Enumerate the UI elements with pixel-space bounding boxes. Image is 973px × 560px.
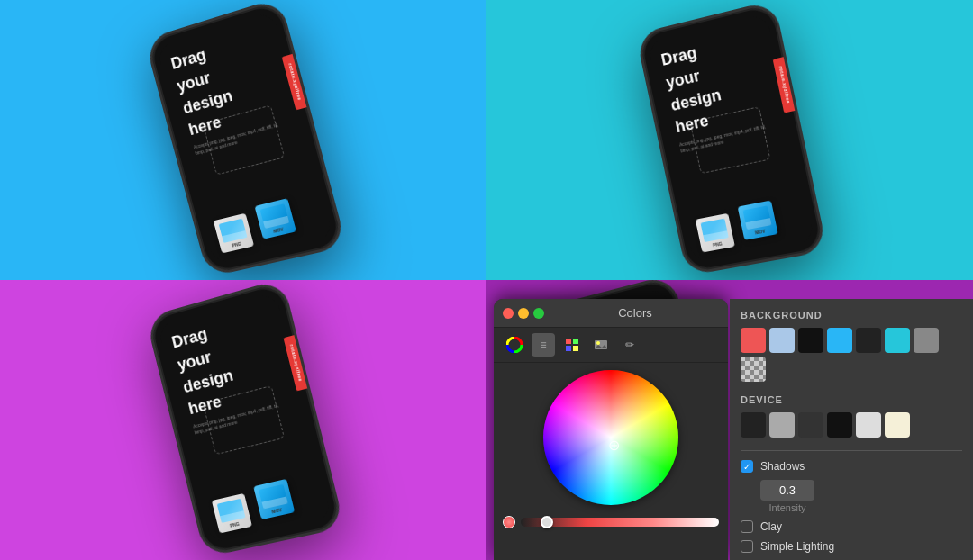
- traffic-light-yellow[interactable]: [518, 308, 529, 319]
- file-icons-bl: PNG MOV: [212, 484, 289, 533]
- shadows-row: Shadows: [741, 460, 962, 473]
- colors-tab-wheel[interactable]: [503, 333, 526, 357]
- dev-swatch-silver[interactable]: [769, 412, 795, 438]
- file-thumb-mov-tl: [260, 203, 290, 229]
- panel-divider-1: [741, 450, 962, 451]
- crosshair: ⊕: [608, 436, 620, 453]
- bg-swatch-red[interactable]: [741, 328, 766, 353]
- cell-bottom-right: Drag your design here Accepts png, jpg, …: [486, 280, 973, 560]
- bg-swatch-lightblue[interactable]: [769, 328, 795, 353]
- bg-swatch-black[interactable]: [798, 328, 823, 353]
- main-grid: Drag your design here Accepts png, jpg, …: [0, 0, 973, 560]
- shadows-checkbox[interactable]: [741, 460, 753, 473]
- bg-swatch-cyan[interactable]: [827, 328, 852, 353]
- simple-lighting-checkbox[interactable]: [741, 540, 753, 553]
- traffic-light-green[interactable]: [533, 308, 544, 319]
- svg-point-6: [596, 341, 600, 345]
- shadows-label: Shadows: [760, 460, 805, 473]
- cell-bottom-left: Drag your design here Accepts png, jpg, …: [0, 280, 486, 560]
- intensity-label: Intensity: [760, 502, 814, 513]
- dev-swatch-black[interactable]: [741, 412, 766, 438]
- drag-text2-tr: your: [665, 67, 702, 92]
- background-section-title: BACKGROUND: [741, 310, 962, 321]
- file-png-tr: PNG: [696, 212, 735, 252]
- overlay-panels: Colors ≡: [494, 299, 973, 560]
- colors-titlebar: Colors: [494, 299, 728, 328]
- device-section-title: DEVICE: [741, 394, 962, 405]
- phone-bottom-left: Drag your design here Accepts png, jpg, …: [145, 280, 345, 557]
- colors-tab-image[interactable]: [589, 333, 613, 357]
- color-slider-row: [494, 512, 728, 532]
- svg-rect-4: [573, 346, 578, 351]
- dev-swatch-cream[interactable]: [885, 412, 910, 438]
- svg-rect-3: [566, 346, 571, 351]
- svg-rect-2: [573, 339, 578, 344]
- phone-top-left: Drag your design here Accepts png, jpg, …: [144, 0, 347, 277]
- drag-text-tr: Drag: [659, 44, 698, 69]
- phone-top-right: Drag your design here Accepts png, jpg, …: [635, 0, 827, 275]
- drag-text2-tl: your: [175, 68, 212, 95]
- colors-tab-sliders[interactable]: ≡: [532, 333, 555, 357]
- cell-top-left: Drag your design here Accepts png, jpg, …: [0, 0, 486, 280]
- traffic-light-red[interactable]: [503, 308, 514, 319]
- clay-label: Clay: [760, 520, 782, 533]
- file-thumb-png-tl: [219, 218, 248, 242]
- colors-tab-pencils[interactable]: ✏: [618, 333, 641, 357]
- traffic-lights: [503, 308, 544, 319]
- device-swatches: [741, 412, 962, 438]
- simple-lighting-label: Simple Lighting: [760, 540, 834, 553]
- file-thumb-png-tr: [700, 218, 728, 241]
- right-panel: BACKGROUND DEVICE: [730, 299, 973, 560]
- color-slider[interactable]: [521, 518, 719, 527]
- image-icon: [594, 339, 608, 350]
- drag-text-bl: Drag: [170, 325, 209, 352]
- file-mov-bl: MOV: [253, 478, 295, 519]
- drag-text2-bl: your: [176, 348, 213, 375]
- file-png-tl: PNG: [214, 212, 254, 253]
- simple-lighting-row: Simple Lighting: [741, 540, 962, 553]
- bg-swatch-teal[interactable]: [885, 328, 910, 353]
- file-mov-tl: MOV: [254, 198, 296, 239]
- color-slider-handle: [541, 516, 553, 528]
- dev-swatch-white[interactable]: [856, 412, 881, 438]
- dev-swatch-dark[interactable]: [798, 412, 823, 438]
- file-icons-tr: PNG MOV: [696, 205, 772, 252]
- colors-title: Colors: [618, 306, 652, 320]
- file-png-bl: PNG: [212, 492, 252, 533]
- file-thumb-png-bl: [217, 498, 246, 522]
- colors-tabs: ≡: [494, 328, 728, 363]
- bg-swatch-transparent[interactable]: [741, 357, 766, 382]
- file-icons-tl: PNG MOV: [214, 203, 291, 253]
- background-swatches: [741, 328, 962, 382]
- file-thumb-mov-tr: [742, 205, 771, 230]
- color-wheel-icon: [506, 337, 523, 353]
- colors-tab-grid[interactable]: [560, 333, 584, 357]
- grid-icon: [565, 338, 579, 352]
- color-wheel[interactable]: ⊕: [543, 370, 678, 505]
- file-mov-tr: MOV: [738, 200, 778, 239]
- svg-rect-1: [566, 339, 571, 344]
- slider-thumb: [503, 516, 515, 528]
- colors-window: Colors ≡: [494, 299, 728, 560]
- bg-swatch-dark[interactable]: [856, 328, 881, 353]
- intensity-value[interactable]: 0.3: [760, 480, 814, 501]
- file-thumb-mov-bl: [259, 483, 288, 509]
- cell-top-right: Drag your design here Accepts png, jpg, …: [486, 0, 973, 280]
- bg-swatch-gray[interactable]: [914, 328, 939, 353]
- clay-checkbox[interactable]: [741, 520, 753, 533]
- color-wheel-container: ⊕: [494, 363, 728, 512]
- clay-row: Clay: [741, 520, 962, 533]
- dev-swatch-verydark[interactable]: [827, 412, 852, 438]
